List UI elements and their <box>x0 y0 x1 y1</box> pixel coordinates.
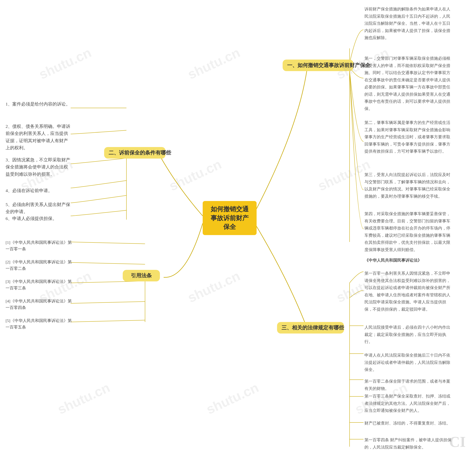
right-law-text-0: 《中华人民共和国民事诉讼法》 <box>365 257 422 264</box>
branch-3-label: 引用法条 <box>131 273 152 278</box>
watermark-5: shutu.cn <box>167 156 224 194</box>
right-text-4: 第四，对采取保全措施的肇事车辆要妥善保管，有关收费要合理。目前，交警部门扣留的肇… <box>365 210 454 253</box>
watermark-2: shutu.cn <box>185 45 242 82</box>
central-label: 如何撤销交通事故诉前财产保全 <box>211 206 248 230</box>
condition-2: 2、债权、债务关系明确。申请诉前保全的利害关系人，应当提供证据，证明其对被申请人… <box>6 123 71 151</box>
central-node: 如何撤销交通事故诉前财产保全 <box>203 201 257 235</box>
right-law-text-5: 第一百零三条财产保全采取查封、扣押、冻结或者法律规定的其他方法。人民法院保全财产… <box>365 393 454 414</box>
branch-node-2: 二、诉前保全的条件有哪些 <box>104 147 166 159</box>
watermark-11: shutu.cn <box>204 380 261 417</box>
law-item-2: [2]《中华人民共和国民事诉讼法》第一百零二条 <box>6 259 73 272</box>
watermark-1: shutu.cn <box>37 45 94 82</box>
right-law-text-3: 申请人在人民法院采取保全措施后三十日内不依法提起诉讼或者申请仲裁的，人民法院应当… <box>365 352 454 373</box>
right-text-1: 第一，交警部门对肇事车辆采取保全措施必须根据受害人的申请，而不能依职权采取财产保… <box>365 55 454 112</box>
condition-3: 3、因情况紧急，不立即采取财产保全措施将会使申请人的合法权益受到难以弥补的损害。 <box>6 156 71 178</box>
condition-1: 1、案件必须是给付内容的诉讼。 <box>6 100 70 107</box>
watermark-6: shutu.cn <box>316 156 373 194</box>
branch-node-1: 一、如何撤销交通事故诉前财产保全 <box>283 60 353 71</box>
branch-node-3: 引用法条 <box>123 270 160 281</box>
law-item-3: [3]《中华人民共和国民事诉讼法》第一百零三条 <box>6 278 73 291</box>
branch-1-label: 一、如何撤销交通事故诉前财产保全 <box>287 62 370 68</box>
right-law-text-4: 第一百零二条保全限于请求的范围，或者与本案有关的财物。 <box>365 378 454 392</box>
law-item-5: [5]《中华人民共和国民事诉讼法》第一百零五条 <box>6 317 73 330</box>
law-item-4: [4]《中华人民共和国民事诉讼法》第一百零四条 <box>6 298 73 311</box>
bottom-right-ci: CI <box>439 431 476 453</box>
right-text-3: 第三，受害人向法院提起诉讼以后，法院应及时与交警部门联系，了解肇事车辆的情况和去… <box>365 171 454 200</box>
right-text-0: 诉前财产保全措施的解除条件为如果申请人在人民法院采取保全措施后十五日内不起诉的，… <box>365 6 454 42</box>
right-law-text-2: 人民法院接受申请后，必须在四十八小时内作出裁定；裁定采取保全措施的，应当立即开始… <box>365 324 454 346</box>
watermark-8: shutu.cn <box>185 268 242 305</box>
condition-4: 4、必须在诉讼前申请。 <box>6 187 52 194</box>
right-text-2: 第二，肇事车辆坏属是肇事方的生产经营或生活工具，如果对肇事车辆采取财产保全措施会… <box>365 119 454 155</box>
branch-node-4: 三、相关的法律规定有哪些 <box>277 322 344 333</box>
right-law-text-6: 财产已被查封、冻结的，不得重复查封、冻结。 <box>365 420 450 427</box>
watermark-10: shutu.cn <box>55 380 112 417</box>
right-law-text-1: 第一百零一条利害关系人因情况紧急，不立即申请保全将使其合法权益受到难以弥补的损害… <box>365 270 454 313</box>
condition-5: 5、必须由利害关系人提出财产保全的申请。 <box>6 201 71 215</box>
condition-6: 6、申请人必须提供担保。 <box>6 215 57 222</box>
branch-4-label: 三、相关的法律规定有哪些 <box>282 325 344 331</box>
branch-2-label: 二、诉前保全的条件有哪些 <box>109 150 171 156</box>
law-item-1: [1]《中华人民共和国民事诉讼法》第一百零一条 <box>6 239 73 252</box>
